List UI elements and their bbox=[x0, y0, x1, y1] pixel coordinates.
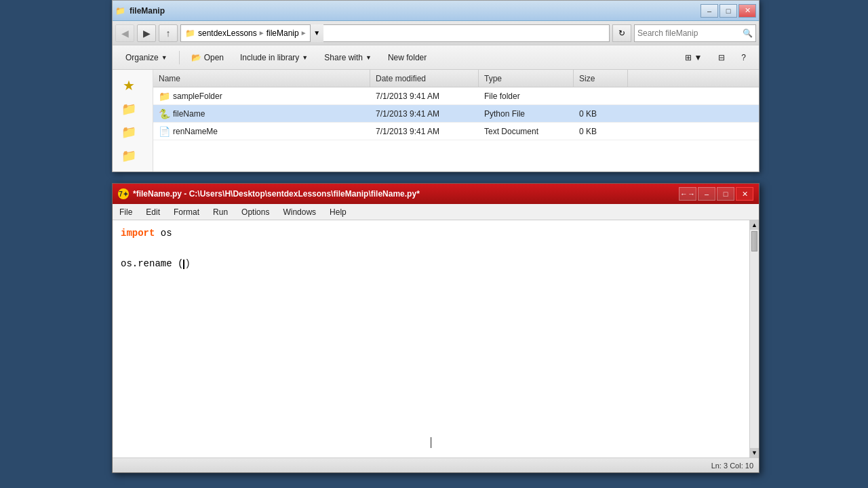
sidebar-folder-icon-3: 📁 bbox=[121, 148, 136, 163]
preview-pane-button[interactable]: ⊟ bbox=[711, 48, 732, 67]
explorer-title: 📁 fileManip bbox=[115, 6, 165, 16]
column-name-header[interactable]: Name bbox=[153, 70, 370, 87]
explorer-nav-bar: ◀ ▶ ↑ 📁 sentdexLessons ► fileManip ► ▼ ↻… bbox=[113, 21, 759, 45]
vertical-scrollbar[interactable]: ▲ ▼ bbox=[749, 220, 759, 458]
code-os: os bbox=[161, 228, 172, 239]
breadcrumb-part2: fileManip bbox=[267, 28, 299, 38]
help-button[interactable]: ? bbox=[734, 48, 753, 67]
breadcrumb-sep1: ► bbox=[258, 29, 265, 37]
address-folder-icon: 📁 bbox=[185, 28, 195, 38]
code-paren-close: ) bbox=[184, 258, 190, 269]
view-options-button[interactable]: ⊞ ▼ bbox=[677, 48, 709, 67]
folder-icon: 📁 bbox=[115, 6, 125, 16]
file-date-text: 7/1/2013 9:41 AM bbox=[376, 109, 439, 119]
file-size-cell: 0 KB bbox=[574, 108, 628, 120]
file-date-cell: 7/1/2013 9:41 AM bbox=[370, 108, 479, 120]
explorer-window: 📁 fileManip – □ ✕ ◀ ▶ ↑ 📁 sentdexLessons… bbox=[112, 0, 760, 172]
close-button[interactable]: ✕ bbox=[738, 4, 756, 18]
menu-file[interactable]: File bbox=[113, 204, 139, 220]
file-type-text: File folder bbox=[484, 92, 520, 101]
open-label: Open bbox=[204, 53, 224, 62]
file-date-cell: 7/1/2013 9:41 AM bbox=[370, 90, 479, 102]
organize-dropdown-icon: ▼ bbox=[161, 54, 167, 61]
sidebar-folder-icon-2: 📁 bbox=[121, 125, 136, 140]
scrollbar-thumb[interactable] bbox=[751, 231, 757, 251]
explorer-content: ★ 📁 📁 📁 Name Date modified bbox=[113, 70, 759, 171]
column-size-header[interactable]: Size bbox=[574, 70, 628, 87]
maximize-button[interactable]: □ bbox=[719, 4, 737, 18]
menu-options[interactable]: Options bbox=[235, 204, 276, 220]
sidebar-item-1[interactable]: 📁 bbox=[115, 99, 142, 120]
table-row[interactable]: 📁 sampleFolder 7/1/2013 9:41 AM File fol… bbox=[153, 87, 759, 105]
file-name-text: renNameMe bbox=[173, 127, 218, 136]
code-content[interactable]: import os os.rename () | bbox=[113, 220, 749, 458]
file-type-text: Python File bbox=[484, 109, 525, 119]
table-row[interactable]: 🐍 fileName 7/1/2013 9:41 AM Python File … bbox=[153, 105, 759, 123]
editor-maximize-button[interactable]: □ bbox=[717, 187, 734, 201]
open-button[interactable]: 📂 Open bbox=[184, 48, 231, 67]
search-bar: 🔍 bbox=[634, 24, 756, 42]
include-dropdown-icon: ▼ bbox=[302, 54, 308, 61]
forward-button[interactable]: ▶ bbox=[137, 24, 156, 42]
file-type-cell: File folder bbox=[479, 90, 574, 102]
refresh-button[interactable]: ↻ bbox=[612, 24, 631, 42]
scrollbar-down-arrow[interactable]: ▼ bbox=[750, 448, 759, 458]
sidebar-item-3[interactable]: 📁 bbox=[115, 146, 142, 167]
file-size-text: 0 KB bbox=[579, 109, 597, 119]
editor-titlebar: 7✦ *fileName.py - C:\Users\H\Desktop\sen… bbox=[113, 184, 759, 204]
menu-windows[interactable]: Windows bbox=[276, 204, 323, 220]
file-size-cell bbox=[574, 95, 628, 98]
editor-back-button[interactable]: ←→ bbox=[679, 187, 696, 201]
up-button[interactable]: ↑ bbox=[159, 24, 178, 42]
editor-status-bar: Ln: 3 Col: 10 bbox=[113, 458, 759, 472]
file-type-cell: Python File bbox=[479, 108, 574, 120]
file-list-header: Name Date modified Type Size bbox=[153, 70, 759, 87]
explorer-title-text: fileManip bbox=[130, 6, 165, 16]
sidebar-item-2[interactable]: 📁 bbox=[115, 122, 142, 143]
include-in-library-button[interactable]: Include in library ▼ bbox=[233, 48, 315, 67]
sidebar-favorites[interactable]: ★ bbox=[115, 75, 142, 96]
share-dropdown-icon: ▼ bbox=[366, 54, 372, 61]
file-name-cell: 🐍 fileName bbox=[153, 107, 370, 121]
file-size-cell: 0 KB bbox=[574, 125, 628, 138]
scrollbar-up-arrow[interactable]: ▲ bbox=[750, 220, 759, 230]
editor-minimize-button[interactable]: – bbox=[698, 187, 715, 201]
file-name-cell: 📁 sampleFolder bbox=[153, 89, 370, 103]
toolbar-separator-1 bbox=[179, 51, 180, 64]
editor-title: 7✦ *fileName.py - C:\Users\H\Desktop\sen… bbox=[118, 188, 420, 199]
share-with-label: Share with bbox=[324, 53, 363, 62]
organize-label: Organize bbox=[125, 53, 159, 62]
code-editor-area[interactable]: import os os.rename () | ▲ ▼ bbox=[113, 220, 759, 458]
address-dropdown-button[interactable]: ▼ bbox=[310, 24, 323, 42]
address-bar[interactable]: 📁 sentdexLessons ► fileManip ► ▼ bbox=[180, 24, 610, 42]
back-button[interactable]: ◀ bbox=[115, 24, 134, 42]
menu-run[interactable]: Run bbox=[206, 204, 235, 220]
cursor-indicator: | bbox=[121, 433, 741, 451]
menu-format[interactable]: Format bbox=[167, 204, 206, 220]
breadcrumb-part1: sentdexLessons bbox=[198, 28, 257, 38]
file-type-cell: Text Document bbox=[479, 125, 574, 138]
minimize-button[interactable]: – bbox=[701, 4, 718, 18]
file-name-text: sampleFolder bbox=[173, 92, 222, 101]
new-folder-button[interactable]: New folder bbox=[380, 48, 434, 67]
file-date-text: 7/1/2013 9:41 AM bbox=[376, 127, 439, 136]
new-folder-label: New folder bbox=[388, 53, 427, 62]
column-date-header[interactable]: Date modified bbox=[370, 70, 479, 87]
file-folder-icon: 📁 bbox=[159, 91, 170, 102]
organize-button[interactable]: Organize ▼ bbox=[118, 48, 175, 67]
editor-close-button[interactable]: ✕ bbox=[736, 187, 753, 201]
menu-help[interactable]: Help bbox=[323, 204, 353, 220]
search-input[interactable] bbox=[637, 28, 740, 38]
editor-menu-bar: File Edit Format Run Options Windows Hel… bbox=[113, 204, 759, 220]
explorer-window-controls: – □ ✕ bbox=[701, 4, 756, 18]
table-row[interactable]: 📄 renNameMe 7/1/2013 9:41 AM Text Docume… bbox=[153, 123, 759, 140]
file-date-text: 7/1/2013 9:41 AM bbox=[376, 92, 439, 101]
python-file-icon: 🐍 bbox=[159, 108, 170, 119]
include-in-library-label: Include in library bbox=[240, 53, 299, 62]
code-line-3: os.rename () bbox=[121, 256, 741, 271]
share-with-button[interactable]: Share with ▼ bbox=[317, 48, 379, 67]
column-type-header[interactable]: Type bbox=[479, 70, 574, 87]
breadcrumb: sentdexLessons ► fileManip ► bbox=[198, 28, 307, 38]
search-icon[interactable]: 🔍 bbox=[743, 28, 753, 38]
menu-edit[interactable]: Edit bbox=[139, 204, 167, 220]
